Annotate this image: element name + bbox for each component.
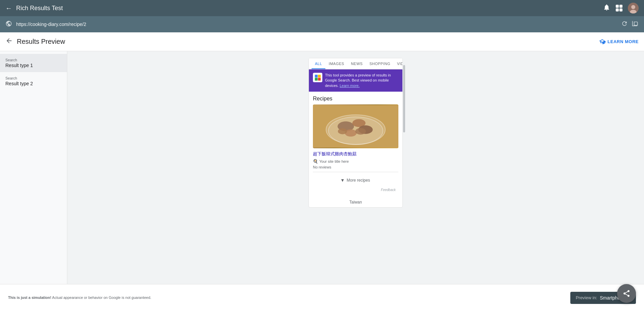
sidebar-item-2-value: Result type 2 bbox=[5, 81, 62, 86]
recipes-section: Recipes bbox=[309, 92, 402, 197]
svg-point-10 bbox=[337, 122, 354, 131]
svg-point-12 bbox=[358, 125, 373, 134]
svg-point-1 bbox=[631, 5, 635, 9]
svg-point-9 bbox=[326, 115, 385, 145]
results-header: Results Preview LEARN MORE bbox=[0, 32, 644, 51]
notification-icon[interactable] bbox=[603, 4, 610, 13]
top-nav-actions bbox=[603, 3, 639, 13]
sidebar: Search Result type 1 Search Result type … bbox=[0, 51, 67, 311]
tab-shopping[interactable]: SHOPPING bbox=[366, 58, 394, 69]
bottom-bar: This is just a simulation! Actual appear… bbox=[0, 284, 644, 311]
svg-rect-7 bbox=[313, 105, 398, 148]
recipes-title: Recipes bbox=[313, 96, 398, 102]
svg-rect-3 bbox=[315, 75, 318, 77]
sidebar-item-result-type-2[interactable]: Search Result type 2 bbox=[0, 72, 67, 90]
url-bar bbox=[0, 16, 644, 32]
tab-news[interactable]: NEWS bbox=[348, 58, 366, 69]
top-nav-title: Rich Results Test bbox=[16, 5, 599, 12]
scrollbar[interactable] bbox=[403, 51, 405, 311]
svg-point-13 bbox=[345, 129, 357, 136]
tab-videos[interactable]: VID bbox=[394, 58, 403, 69]
url-actions bbox=[621, 20, 639, 29]
banner-text: This tool provides a preview of results … bbox=[325, 73, 398, 88]
feedback-text[interactable]: Feedback bbox=[313, 187, 398, 193]
preview-panel: ALL IMAGES NEWS SHOPPING VID This tool p… bbox=[309, 58, 403, 208]
recipe-reviews: No reviews bbox=[313, 165, 398, 169]
top-nav-back-button[interactable]: ← bbox=[5, 4, 12, 12]
svg-point-14 bbox=[355, 128, 366, 135]
results-title: Results Preview bbox=[17, 38, 599, 45]
url-input[interactable] bbox=[16, 22, 617, 27]
sidebar-item-1-value: Result type 1 bbox=[5, 63, 62, 68]
sidebar-item-1-label: Search bbox=[5, 58, 62, 62]
recipe-site-title: Your site title here bbox=[319, 159, 349, 163]
recipe-title[interactable]: 超下飯韓式雞肉杏鮑菇 bbox=[313, 151, 398, 157]
content-area: ALL IMAGES NEWS SHOPPING VID This tool p… bbox=[67, 51, 644, 311]
apps-icon[interactable] bbox=[616, 5, 622, 11]
tab-icon[interactable] bbox=[632, 20, 639, 29]
recipe-meta: 🍳 Your site title here bbox=[313, 159, 398, 164]
svg-rect-5 bbox=[315, 78, 318, 81]
learn-more-label: LEARN MORE bbox=[608, 39, 639, 44]
more-recipes-label: More recipes bbox=[347, 178, 370, 183]
share-fab-button[interactable] bbox=[617, 284, 636, 303]
svg-point-11 bbox=[352, 119, 365, 127]
avatar[interactable] bbox=[628, 3, 639, 13]
sidebar-item-2-label: Search bbox=[5, 76, 62, 80]
recipe-image bbox=[313, 104, 398, 148]
recipe-site-icon: 🍳 bbox=[313, 159, 318, 164]
more-recipes-button[interactable]: ▾ More recipes bbox=[313, 174, 398, 187]
bottom-note: This is just a simulation! Actual appear… bbox=[8, 295, 564, 300]
chevron-down-icon: ▾ bbox=[341, 177, 344, 183]
preview-label: Preview in: bbox=[576, 295, 597, 300]
tab-images[interactable]: IMAGES bbox=[325, 58, 348, 69]
svg-rect-6 bbox=[318, 78, 321, 81]
taiwan-label: Taiwan bbox=[309, 197, 402, 207]
top-nav: ← Rich Results Test bbox=[0, 0, 644, 16]
info-banner: This tool provides a preview of results … bbox=[309, 69, 402, 92]
learn-more-button[interactable]: LEARN MORE bbox=[599, 38, 639, 45]
search-tabs: ALL IMAGES NEWS SHOPPING VID bbox=[309, 58, 402, 69]
banner-icon bbox=[313, 73, 322, 82]
main-layout: Search Result type 1 Search Result type … bbox=[0, 51, 644, 311]
banner-link[interactable]: Learn more. bbox=[339, 84, 359, 88]
svg-rect-4 bbox=[318, 75, 321, 77]
bottom-note-detail: Actual appearance or behavior on Google … bbox=[52, 296, 151, 300]
recipe-divider bbox=[313, 172, 398, 172]
refresh-icon[interactable] bbox=[621, 20, 628, 29]
sidebar-item-result-type-1[interactable]: Search Result type 1 bbox=[0, 54, 67, 72]
results-back-button[interactable] bbox=[5, 37, 13, 46]
tab-all[interactable]: ALL bbox=[312, 58, 325, 69]
svg-point-15 bbox=[338, 128, 347, 134]
globe-icon bbox=[5, 20, 12, 29]
bottom-note-strong: This is just a simulation! bbox=[8, 296, 51, 300]
